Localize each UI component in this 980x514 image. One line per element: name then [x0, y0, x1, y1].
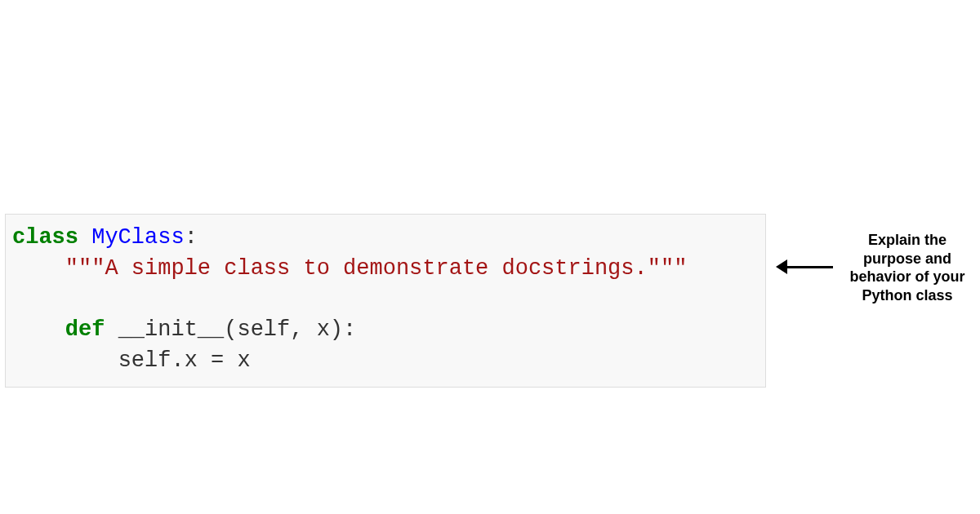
docstring-open: """	[65, 256, 105, 281]
annotation-text: Explain the purpose and behavior of your…	[838, 231, 977, 304]
method-body: self.x = x	[118, 348, 251, 373]
arrow-line	[786, 266, 833, 268]
colon: :	[185, 225, 198, 250]
docstring-text: A simple class to demonstrate docstrings…	[105, 256, 647, 281]
method-name: __init__	[118, 317, 225, 342]
canvas: class MyClass: """A simple class to demo…	[0, 0, 980, 514]
docstring-close: """	[648, 256, 688, 281]
method-params: (self, x):	[224, 317, 356, 342]
class-name: MyClass	[91, 225, 184, 250]
code-block: class MyClass: """A simple class to demo…	[5, 214, 766, 388]
annotation-arrow	[776, 259, 833, 274]
keyword-def: def	[65, 317, 105, 342]
keyword-class: class	[12, 225, 78, 250]
